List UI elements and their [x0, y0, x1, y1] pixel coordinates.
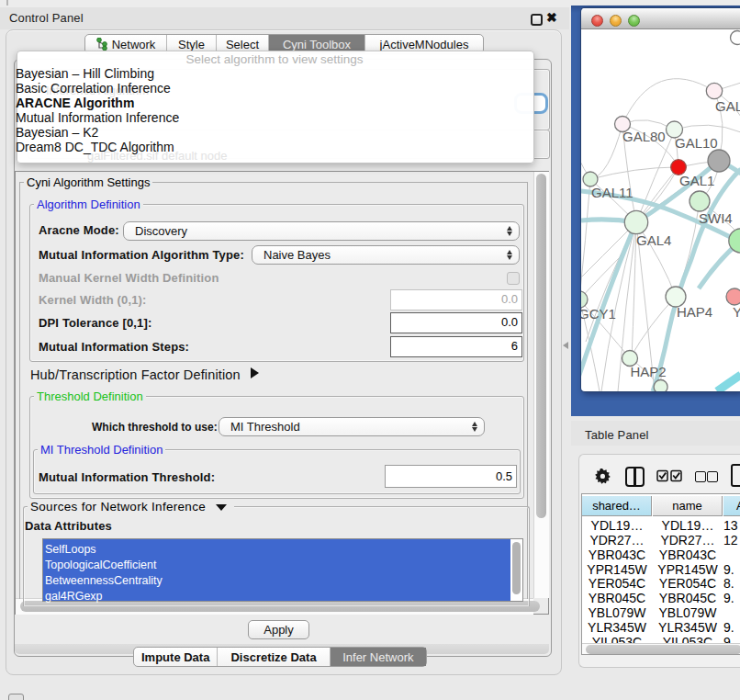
svg-text:GAL2: GAL2 — [715, 98, 740, 114]
svg-text:GAL4: GAL4 — [636, 232, 671, 248]
svg-text:GAL11: GAL11 — [591, 185, 633, 200]
svg-text:HAP4: HAP4 — [677, 304, 712, 320]
svg-text:Y: Y — [733, 304, 740, 320]
svg-text:SWI4: SWI4 — [699, 210, 733, 226]
svg-text:GAL1: GAL1 — [679, 173, 714, 188]
svg-text:GAL80: GAL80 — [622, 129, 666, 144]
svg-text:GAL10: GAL10 — [675, 135, 718, 151]
svg-text:GCY1: GCY1 — [581, 306, 616, 322]
svg-text:HAP2: HAP2 — [631, 364, 667, 379]
